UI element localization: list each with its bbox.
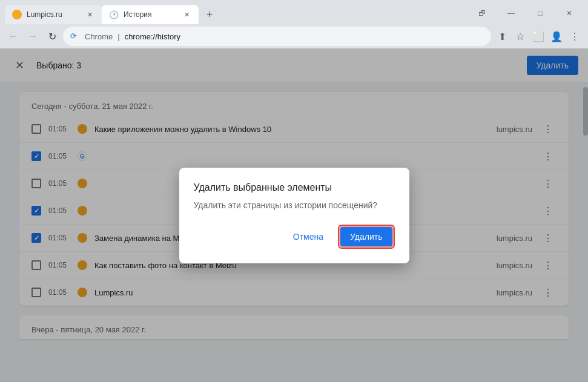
page-content: ✕ Выбрано: 3 Удалить Сегодня - суббота, … — [0, 48, 588, 382]
address-url: chrome://history — [125, 32, 180, 41]
new-tab-button[interactable]: + — [201, 6, 218, 23]
tab-close-history[interactable]: ✕ — [182, 10, 191, 19]
tab-lumpics[interactable]: Lumpics.ru ✕ — [5, 5, 102, 24]
minimize-button[interactable]: — — [497, 5, 525, 22]
address-input[interactable]: ⟳ Chrome | chrome://history — [63, 27, 491, 46]
address-chrome-label: Chrome — [85, 32, 113, 41]
tab-close-lumpics[interactable]: ✕ — [85, 10, 94, 19]
profile-button[interactable]: 👤 — [548, 28, 565, 45]
browser-window: Lumpics.ru ✕ 🕐 История ✕ + 🗗 — □ ✕ ← → ↻… — [0, 0, 588, 382]
maximize-button[interactable]: □ — [526, 5, 554, 22]
forward-button[interactable]: → — [24, 28, 41, 45]
tab-favicon-lumpics — [12, 10, 22, 19]
window-controls: 🗗 — □ ✕ — [468, 5, 588, 24]
share-button[interactable]: ⬆ — [494, 28, 510, 45]
address-bar: ← → ↻ ⟳ Chrome | chrome://history ⬆ ☆ ⬜ … — [0, 24, 588, 48]
sidebar-button[interactable]: ⬜ — [530, 28, 547, 45]
menu-button[interactable]: ⋮ — [566, 28, 583, 45]
address-actions: ⬆ ☆ ⬜ 👤 ⋮ — [494, 28, 583, 45]
close-button[interactable]: ✕ — [555, 5, 583, 22]
modal-overlay: Удалить выбранные элементы Удалить эти с… — [0, 48, 588, 382]
modal-cancel-button[interactable]: Отмена — [286, 227, 331, 246]
modal-body: Удалить эти страницы из истории посещени… — [194, 200, 395, 210]
tab-title-lumpics: Lumpics.ru — [27, 10, 80, 19]
tab-title-history: История — [124, 10, 177, 19]
modal-actions: Отмена Удалить — [194, 225, 395, 249]
tab-bar: Lumpics.ru ✕ 🕐 История ✕ + 🗗 — □ ✕ — [0, 0, 588, 24]
bookmark-button[interactable]: ☆ — [512, 28, 529, 45]
back-button[interactable]: ← — [5, 28, 22, 45]
reload-button[interactable]: ↻ — [44, 28, 61, 45]
modal-confirm-wrap: Удалить — [338, 225, 394, 249]
tab-favicon-history: 🕐 — [109, 10, 119, 19]
tab-history[interactable]: 🕐 История ✕ — [102, 5, 199, 24]
modal-confirm-button[interactable]: Удалить — [340, 227, 392, 246]
restore-button[interactable]: 🗗 — [468, 5, 496, 22]
modal-dialog: Удалить выбранные элементы Удалить эти с… — [179, 168, 409, 263]
address-separator: | — [117, 32, 119, 41]
address-chrome-icon: ⟳ — [70, 31, 80, 41]
modal-title: Удалить выбранные элементы — [194, 182, 395, 193]
